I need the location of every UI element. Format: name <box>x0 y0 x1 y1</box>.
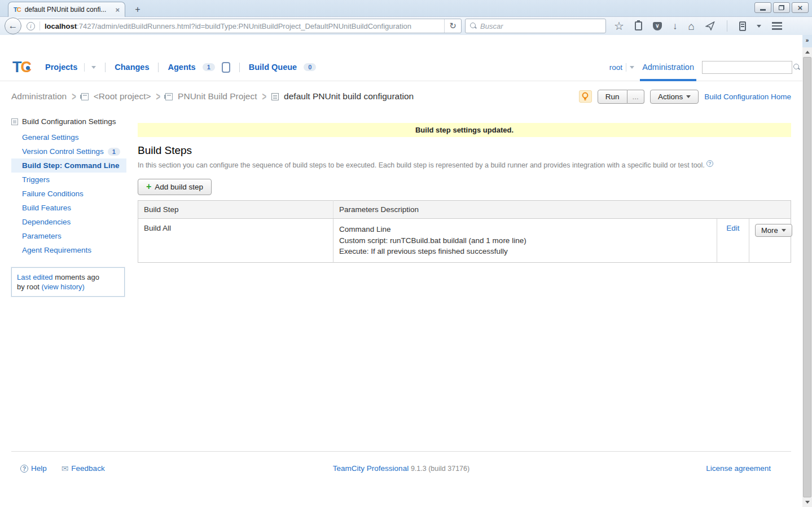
downloads-icon[interactable]: ↓ <box>673 21 678 31</box>
reload-button[interactable]: ↻ <box>444 19 461 33</box>
back-button[interactable]: ← <box>5 17 21 34</box>
teamcity-search[interactable] <box>702 61 792 74</box>
toolbar-icons: ☆ ∨ ↓ ⌂ <box>614 20 782 32</box>
user-menu[interactable]: root <box>609 63 622 72</box>
license-agreement-link[interactable]: License agreement <box>706 464 771 473</box>
sidebar-item-triggers[interactable]: Triggers <box>11 173 126 187</box>
success-banner: Build step settings updated. <box>138 123 791 137</box>
actions-button[interactable]: Actions <box>650 90 699 104</box>
product-link[interactable]: TeamCity Professional <box>333 464 409 473</box>
browser-search[interactable] <box>465 19 606 33</box>
nav-projects[interactable]: Projects <box>45 63 77 72</box>
home-icon[interactable]: ⌂ <box>688 21 694 32</box>
envelope-icon: ✉ <box>62 464 69 474</box>
hamburger-menu-icon[interactable] <box>772 22 782 30</box>
main-content: Build step settings updated. Build Steps… <box>126 105 802 263</box>
projects-dropdown-icon[interactable] <box>91 66 96 69</box>
edit-link[interactable]: Edit <box>726 224 739 232</box>
cell-more: More <box>749 219 791 263</box>
device-dropdown-icon[interactable] <box>757 25 761 28</box>
nav-administration[interactable]: Administration <box>642 63 694 72</box>
page-title: Build Steps <box>138 144 791 157</box>
agent-status-icon[interactable] <box>222 62 230 73</box>
url-path: :7427/admin/editBuildRunners.html?id=bui… <box>77 22 411 30</box>
help-question-icon[interactable]: ? <box>706 160 713 167</box>
teamcity-search-icon[interactable] <box>793 64 800 70</box>
sidebar-item-failure-conditions[interactable]: Failure Conditions <box>11 187 126 201</box>
run-options-button[interactable]: ... <box>627 90 644 104</box>
sidebar-item-version-control[interactable]: Version Control Settings 1 <box>11 144 126 158</box>
last-edited-link[interactable]: Last edited <box>17 273 53 281</box>
url-host: localhost <box>45 22 77 30</box>
table-header-row: Build Step Parameters Description <box>138 201 791 219</box>
page-footer: ? Help ✉ Feedback TeamCity Professional … <box>11 451 791 485</box>
more-caret-icon <box>782 229 786 232</box>
pocket-icon[interactable]: ∨ <box>653 22 662 30</box>
teamcity-page: TC Projects Changes Agents 1 Build Queue… <box>0 35 802 507</box>
tab-title: default PNUnit build confi... <box>25 6 112 14</box>
sidebar-item-parameters[interactable]: Parameters <box>11 229 126 243</box>
user-dropdown-icon[interactable] <box>630 66 634 69</box>
restore-button[interactable] <box>773 2 790 13</box>
last-edited-by: by root <box>17 283 39 291</box>
url-text[interactable]: localhost:7427/admin/editBuildRunners.ht… <box>45 22 444 30</box>
scroll-down-button[interactable] <box>802 497 812 507</box>
help-icon: ? <box>20 465 28 473</box>
runner-type: Command Line <box>339 224 711 235</box>
settings-sidebar: Build Configuration Settings General Set… <box>0 105 126 297</box>
run-split-button: Run ... <box>598 90 644 104</box>
view-history-link[interactable]: (view history) <box>41 283 85 291</box>
scrollbar-thumb[interactable] <box>803 57 811 497</box>
minimize-icon <box>760 9 766 11</box>
add-build-step-button[interactable]: + Add build step <box>138 179 212 195</box>
logo-dot <box>26 66 30 70</box>
execute-policy: Execute: If all previous steps finished … <box>339 246 711 257</box>
sidebar-item-dependencies[interactable]: Dependencies <box>11 215 126 229</box>
sidebar-item-agent-requirements[interactable]: Agent Requirements <box>11 243 126 257</box>
close-button[interactable]: × <box>792 2 809 13</box>
teamcity-search-input[interactable] <box>706 63 793 71</box>
screen: TC default PNUnit build confi... × + × ←… <box>0 0 812 507</box>
scroll-up-button[interactable] <box>802 47 812 57</box>
url-bar[interactable]: i localhost:7427/admin/editBuildRunners.… <box>17 19 462 33</box>
close-icon: × <box>798 3 803 12</box>
sidebar-item-general-settings[interactable]: General Settings <box>11 130 126 144</box>
sidebar-item-build-step[interactable]: Build Step: Command Line <box>11 158 126 173</box>
project-icon <box>165 93 173 100</box>
scroll-up-icon <box>805 51 810 54</box>
toolbar-overflow-chevron[interactable]: » <box>802 35 812 47</box>
more-button[interactable]: More <box>755 224 792 237</box>
hint-bulb-button[interactable] <box>579 90 592 103</box>
minimize-button[interactable] <box>754 2 771 13</box>
browser-search-input[interactable] <box>480 22 601 30</box>
table-row: Build All Command Line Custom script: ru… <box>138 219 791 263</box>
tab-close-icon[interactable]: × <box>115 6 120 14</box>
share-plane-icon[interactable] <box>705 21 715 30</box>
bookmarks-menu-icon[interactable] <box>635 21 642 30</box>
restore-icon <box>779 5 784 10</box>
breadcrumb-administration[interactable]: Administration <box>11 91 67 102</box>
device-panel-icon[interactable] <box>739 21 746 31</box>
vcs-count-badge: 1 <box>108 148 120 156</box>
last-edited-box: Last edited moments ago by root (view hi… <box>11 267 125 297</box>
bookmark-star-icon[interactable]: ☆ <box>614 20 624 32</box>
feedback-link[interactable]: ✉ Feedback <box>62 464 105 474</box>
site-info-icon[interactable]: i <box>27 22 35 30</box>
sidebar-item-build-features[interactable]: Build Features <box>11 201 126 215</box>
help-link[interactable]: ? Help <box>20 464 47 473</box>
nav-build-queue[interactable]: Build Queue <box>249 63 297 72</box>
header-right: root Administration <box>609 61 792 74</box>
breadcrumb-pnunit-project[interactable]: PNUnit Build Project <box>178 91 257 102</box>
breadcrumb-root-project[interactable]: <Root project> <box>94 91 151 102</box>
browser-tab[interactable]: TC default PNUnit build confi... × <box>8 2 125 17</box>
build-config-home-link[interactable]: Build Configuration Home <box>704 92 791 101</box>
page-scrollbar[interactable] <box>802 47 812 507</box>
build-config-icon <box>271 93 279 100</box>
new-tab-button[interactable]: + <box>131 4 144 15</box>
nav-agents[interactable]: Agents <box>168 63 195 72</box>
teamcity-logo[interactable]: TC <box>12 59 37 76</box>
breadcrumb-current: default PNUnit build configuration <box>284 91 414 102</box>
run-button[interactable]: Run <box>598 90 627 104</box>
footer-version: TeamCity Professional 9.1.3 (build 37176… <box>333 464 469 473</box>
nav-changes[interactable]: Changes <box>115 63 149 72</box>
